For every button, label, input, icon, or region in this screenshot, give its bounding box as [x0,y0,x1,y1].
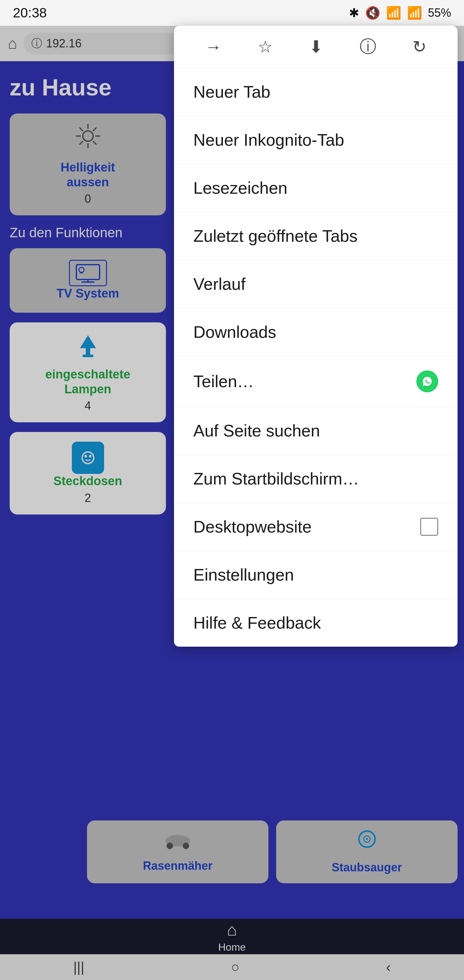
menu-item-downloads[interactable]: Downloads [174,308,458,356]
menu-item-inkognito[interactable]: Neuer Inkognito-Tab [174,116,458,164]
dropdown-menu: → ☆ ⬇ ⓘ ↻ Neuer Tab Neuer Inkognito-Tab … [174,26,458,647]
zuletzt-label: Zuletzt geöffnete Tabs [193,226,358,246]
bookmark-icon[interactable]: ☆ [258,37,273,56]
menu-toolbar: → ☆ ⬇ ⓘ ↻ [174,26,458,68]
verlauf-label: Verlauf [193,274,246,294]
mute-icon: 🔇 [365,6,380,20]
menu-item-startbildschirm[interactable]: Zum Startbildschirm… [174,455,458,503]
menu-item-suchen[interactable]: Auf Seite suchen [174,407,458,455]
menu-item-teilen[interactable]: Teilen… [174,356,458,407]
forward-icon[interactable]: → [205,37,222,56]
startbildschirm-label: Zum Startbildschirm… [193,469,359,488]
einstellungen-label: Einstellungen [193,565,294,584]
inkognito-label: Neuer Inkognito-Tab [193,130,344,150]
menu-item-verlauf[interactable]: Verlauf [174,260,458,308]
menu-item-einstellungen[interactable]: Einstellungen [174,551,458,599]
hilfe-label: Hilfe & Feedback [193,613,321,633]
desktop-checkbox[interactable] [420,518,438,536]
suchen-label: Auf Seite suchen [193,421,320,441]
menu-item-hilfe[interactable]: Hilfe & Feedback [174,599,458,647]
download-icon[interactable]: ⬇ [309,37,323,56]
lesezeichen-label: Lesezeichen [193,178,288,197]
bluetooth-icon: ✱ [349,6,359,20]
menu-item-lesezeichen[interactable]: Lesezeichen [174,164,458,212]
reload-icon[interactable]: ↻ [412,37,427,56]
wifi-icon: 📶 [386,6,401,20]
menu-item-desktop[interactable]: Desktopwebsite [174,503,458,551]
signal-icon: 📶 [407,6,422,20]
teilen-label: Teilen… [193,372,254,391]
status-time: 20:38 [13,5,47,21]
menu-item-zuletzt[interactable]: Zuletzt geöffnete Tabs [174,212,458,260]
desktop-label: Desktopwebsite [193,517,311,536]
neuer-tab-label: Neuer Tab [193,82,270,102]
status-icons: ✱ 🔇 📶 📶 55% [349,6,451,20]
menu-item-neuer-tab[interactable]: Neuer Tab [174,68,458,116]
whatsapp-badge [416,371,438,392]
status-bar: 20:38 ✱ 🔇 📶 📶 55% [0,0,464,26]
battery-status: 55% [428,6,451,20]
downloads-label: Downloads [193,322,276,342]
info-icon[interactable]: ⓘ [360,35,377,58]
